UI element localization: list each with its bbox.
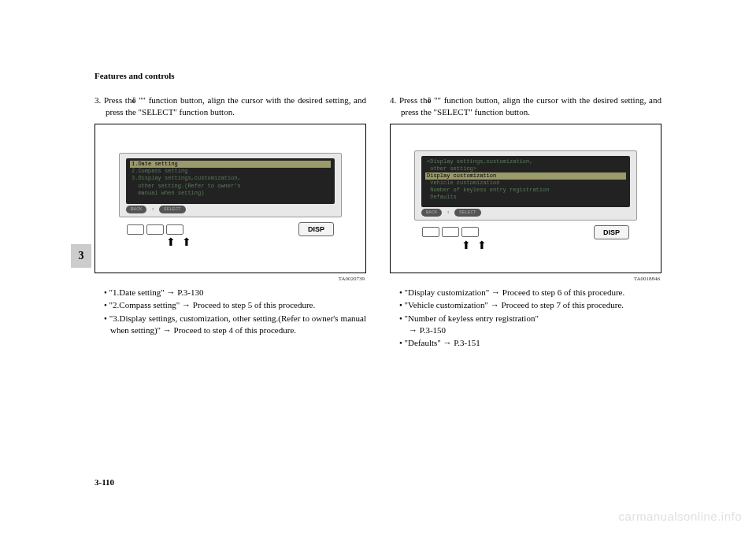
left-column: 3. Press the "⇩" function button, align … [94, 95, 366, 350]
function-button-1[interactable] [422, 227, 439, 237]
bullet-item: "Defaults" → P.3-151 [406, 337, 662, 349]
screen-line: 3.Display settings,customization, [130, 175, 331, 182]
pointer-arrows: ⬆ ⬆ [428, 241, 487, 250]
screen-content-right: <Display settings,customization, other s… [421, 156, 630, 208]
screen-line: other setting.(Refer to owner's [130, 183, 331, 190]
screen-line: <Display settings,customization, [425, 158, 626, 165]
function-button-3[interactable] [166, 224, 183, 235]
bullet-sub: → P.3-150 [406, 324, 662, 336]
button-row: DISP [119, 222, 342, 236]
bullet-text: "Number of keyless entry registration" [405, 313, 539, 323]
up-pointer-icon: ⬆ [461, 241, 471, 250]
back-softkey: BACK [421, 209, 442, 217]
screen-line: Vehicle customization [425, 180, 626, 187]
screen-line: 2.Compass setting [130, 168, 331, 175]
function-buttons [422, 227, 479, 237]
pointer-arrows: ⬆ ⬆ [133, 238, 191, 247]
button-row: DISP [414, 225, 637, 239]
function-button-2[interactable] [442, 227, 459, 237]
content-columns: 3. Press the "⇩" function button, align … [94, 95, 662, 350]
page-header: Features and controls [94, 71, 662, 80]
display-screen-left: 1.Date setting 2.Compass setting 3.Displ… [119, 153, 342, 217]
right-column: 4. Press the "⇩" function button, align … [390, 95, 662, 350]
softkey-divider-icon: ⇕ [151, 206, 154, 213]
bullet-item: "1.Date setting" → P.3-130 [110, 287, 366, 299]
up-pointer-icon: ⬆ [182, 238, 191, 247]
manual-page: Features and controls 3. Press the "⇩" f… [0, 0, 756, 534]
chapter-tab: 3 [71, 244, 91, 268]
disp-button[interactable]: DISP [594, 225, 629, 239]
screen-line-highlighted: Display customization [425, 172, 626, 180]
bullet-list-right: "Display customization" → Proceed to ste… [390, 287, 662, 350]
step-number: 3. [94, 95, 101, 105]
function-buttons [127, 224, 183, 235]
watermark: carmanualsonline.info [619, 510, 742, 523]
screen-line: Defaults [425, 194, 626, 201]
softkey-divider-icon: ⇕ [447, 209, 450, 217]
up-pointer-icon: ⬆ [477, 241, 487, 250]
step-text-post: " function button, align the cursor with… [106, 95, 366, 117]
screen-line: other setting> [425, 165, 626, 172]
page-number: 3-110 [94, 477, 114, 487]
select-softkey: SELECT [454, 209, 481, 217]
back-softkey: BACK [126, 206, 146, 213]
figure-code-right: TA0018846 [390, 276, 662, 282]
bullet-item: "Vehicle customization" → Proceed to ste… [406, 299, 662, 311]
bullet-item: "Display customization" → Proceed to ste… [406, 287, 662, 299]
screen-line-highlighted: 1.Date setting [130, 161, 331, 168]
screen-content-left: 1.Date setting 2.Compass setting 3.Displ… [126, 158, 335, 204]
bullet-item: "2.Compass setting" → Proceed to step 5 … [110, 299, 366, 311]
figure-right: <Display settings,customization, other s… [390, 124, 662, 273]
figure-left: 1.Date setting 2.Compass setting 3.Displ… [94, 124, 366, 273]
screen-softkeys: BACK ⇕ SELECT [421, 209, 630, 217]
up-pointer-icon: ⬆ [166, 238, 176, 247]
display-screen-right: <Display settings,customization, other s… [414, 150, 637, 221]
function-button-1[interactable] [127, 224, 144, 235]
disp-button[interactable]: DISP [298, 222, 334, 236]
screen-softkeys: BACK ⇕ SELECT [126, 206, 335, 213]
bullet-list-left: "1.Date setting" → P.3-130 "2.Compass se… [94, 287, 366, 337]
step-4-text: 4. Press the "⇩" function button, align … [390, 95, 662, 119]
function-button-2[interactable] [146, 224, 164, 235]
step-3-text: 3. Press the "⇩" function button, align … [94, 95, 366, 119]
function-button-3[interactable] [461, 227, 479, 237]
figure-code-left: TA0020739 [94, 276, 366, 282]
screen-line: Number of keyless entry registration [425, 187, 626, 194]
step-number: 4. [390, 95, 396, 105]
screen-line: manual when setting) [130, 190, 331, 197]
bullet-item: "Number of keyless entry registration" →… [406, 313, 662, 337]
step-text-post: " function button, align the cursor with… [401, 95, 662, 117]
select-softkey: SELECT [159, 206, 186, 213]
bullet-item: "3.Display settings, customization, othe… [110, 313, 366, 337]
